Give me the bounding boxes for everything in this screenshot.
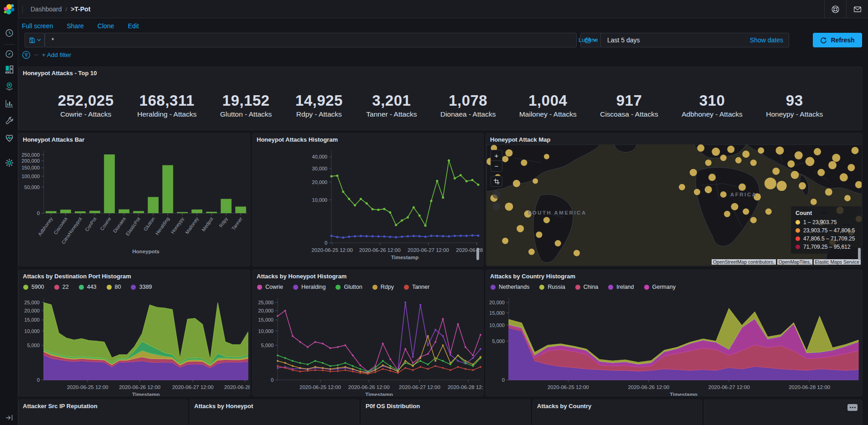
metric-dionaea: 1,078Dionaea - Attacks (440, 92, 496, 118)
metric-label: Glutton - Attacks (220, 110, 272, 118)
scrollbar-thumb[interactable] (476, 248, 479, 260)
sidebar-item-visualize[interactable] (4, 98, 15, 109)
sidebar-item-uptime[interactable] (4, 133, 15, 143)
map-legend-title: Count (796, 210, 857, 216)
panel-attacks-by-country-histogram: Attacks by Country Histogram Netherlands… (486, 270, 863, 396)
share-link[interactable]: Share (67, 22, 83, 30)
svg-text:Cowrie: Cowrie (99, 216, 112, 231)
sidebar-item-dev-tools[interactable] (4, 115, 15, 126)
zoom-in-button[interactable]: + (491, 150, 502, 161)
page-title: >T-Pot (71, 5, 90, 13)
query-language-switcher[interactable]: Lucene (579, 36, 598, 43)
legend-item[interactable]: 443 (79, 284, 97, 290)
clone-link[interactable]: Clone (98, 22, 114, 30)
svg-text:2020-06-28 12:00: 2020-06-28 12:00 (448, 384, 483, 390)
svg-text:150,000: 150,000 (21, 165, 40, 170)
svg-text:10,000: 10,000 (489, 323, 505, 328)
map-canvas[interactable]: SOUTH AMERICA AFRICA + − Count 1 – 23,90… (486, 144, 862, 266)
date-picker: Last 5 days Show dates (580, 33, 789, 47)
panel-title[interactable]: Attacks by Honeypot (194, 403, 253, 410)
filter-bar: + Add filter (22, 50, 71, 59)
filter-icon[interactable] (22, 51, 31, 59)
map-tool-button[interactable] (492, 190, 501, 199)
metric-ciscoasa: 917Ciscoasa - Attacks (600, 92, 658, 118)
metric-value: 1,004 (519, 92, 577, 109)
sidebar-item-dashboard[interactable] (4, 64, 15, 75)
legend-item[interactable]: Germany (644, 284, 676, 290)
legend-item[interactable]: Glutton (336, 284, 362, 290)
svg-text:2020-06-27 12:00: 2020-06-27 12:00 (408, 247, 449, 253)
panel-title[interactable]: Honeypot Attacks - Top 10 (23, 70, 97, 77)
metric-value: 168,311 (137, 92, 196, 109)
panel-honeypot-attacks-histogram: Honeypot Attacks Histogram 010,00020,000… (252, 133, 484, 266)
panel-title[interactable]: Attacks by Country Histogram (490, 273, 575, 280)
nav-divider (4, 44, 15, 45)
time-range-value[interactable]: Last 5 days (607, 36, 750, 44)
sidebar-item-maps[interactable] (4, 81, 15, 92)
legend-item[interactable]: Rdpy (372, 284, 394, 290)
map-legend-item: 1 – 23,903.75 (796, 219, 857, 225)
metric-value: 14,925 (295, 92, 343, 109)
legend-item[interactable]: Heralding (293, 284, 326, 290)
legend-item[interactable]: Ireland (608, 284, 634, 290)
svg-text:Medpot: Medpot (201, 216, 214, 232)
panel-title[interactable]: Attacker Src IP Reputation (23, 403, 98, 410)
refresh-button[interactable]: Refresh (813, 33, 862, 47)
svg-text:2020-06-25 12:00: 2020-06-25 12:00 (300, 384, 341, 390)
svg-text:200,000: 200,000 (21, 158, 40, 164)
query-input[interactable] (45, 33, 577, 47)
edit-link[interactable]: Edit (128, 22, 139, 30)
map-tool-button[interactable] (492, 202, 501, 210)
panel-attacks-by-destination-port: Attacks by Destination Port Histogram 59… (18, 270, 250, 396)
svg-text:15,000: 15,000 (489, 310, 505, 316)
panel-title[interactable]: Honeypot Attacks Histogram (257, 136, 338, 143)
svg-text:2020-06-25 12:00: 2020-06-25 12:00 (311, 247, 353, 253)
add-filter-button[interactable]: + Add filter (42, 51, 71, 58)
panel-title[interactable]: Honeypot Attacks Bar (23, 136, 84, 143)
breadcrumb-dashboard[interactable]: Dashboard (31, 5, 62, 13)
crop-icon (494, 179, 500, 184)
panel-title[interactable]: P0f OS Distribution (366, 403, 420, 410)
sidebar-item-discover[interactable] (4, 48, 15, 59)
help-button[interactable] (824, 0, 846, 18)
legend-item[interactable]: 22 (54, 284, 69, 290)
sidebar-item-management[interactable] (4, 157, 15, 168)
panel-honeypot-attacks-top10: Honeypot Attacks - Top 10 252,025Cowrie … (18, 67, 863, 130)
panel-options-button[interactable] (847, 404, 858, 411)
legend-item[interactable]: 80 (107, 284, 121, 290)
svg-text:10,000: 10,000 (258, 328, 274, 334)
panel-title[interactable]: Honeypot Attack Map (490, 136, 550, 143)
elastic-logo[interactable] (3, 3, 15, 15)
panel-title[interactable]: Attacks by Destination Port Histogram (23, 273, 131, 280)
dashboard-toolbar: Full screen Share Clone Edit (22, 21, 139, 31)
expand-nav-icon[interactable] (4, 412, 15, 423)
legend-item[interactable]: Cowrie (257, 284, 283, 290)
full-screen-link[interactable]: Full screen (22, 22, 53, 30)
zoom-out-button[interactable]: − (491, 161, 502, 172)
legend-item[interactable]: 5900 (23, 284, 44, 290)
legend-item[interactable]: China (575, 284, 599, 290)
saved-query-menu-button[interactable] (25, 33, 45, 47)
refresh-icon (820, 37, 827, 44)
svg-text:Timestamp: Timestamp (132, 392, 160, 396)
honeypot-attacks-histogram-chart: 010,00020,00030,00040,0002020-06-25 12:0… (253, 133, 483, 268)
svg-text:Adbhoney: Adbhoney (37, 216, 54, 237)
scrollbar-thumb[interactable] (858, 248, 861, 260)
map-legend: Count 1 – 23,903.75 23,903.75 – 47,806.5… (791, 206, 862, 254)
svg-text:Dionaea: Dionaea (112, 216, 126, 234)
svg-text:Honeypots: Honeypots (132, 249, 159, 254)
legend-item[interactable]: Tanner (404, 284, 429, 290)
metric-cowrie: 252,025Cowrie - Attacks (58, 92, 114, 118)
newsfeed-button[interactable] (846, 0, 868, 18)
panel-title[interactable]: Attacks by Honeypot Histogram (257, 273, 346, 280)
legend-item[interactable]: 3389 (131, 284, 152, 290)
show-dates-link[interactable]: Show dates (750, 36, 783, 44)
legend-item[interactable]: Russia (539, 284, 565, 290)
panel-title[interactable]: Attacks by Country (537, 403, 591, 410)
svg-text:2020-06-26 12:00: 2020-06-26 12:00 (119, 384, 160, 390)
metric-label: Heralding - Attacks (137, 110, 196, 118)
legend-item[interactable]: Netherlands (491, 284, 529, 290)
fit-bounds-button[interactable] (491, 176, 502, 187)
query-bar: Lucene Last 5 days Show dates Refresh (25, 33, 862, 47)
recently-viewed-icon[interactable] (4, 27, 15, 38)
